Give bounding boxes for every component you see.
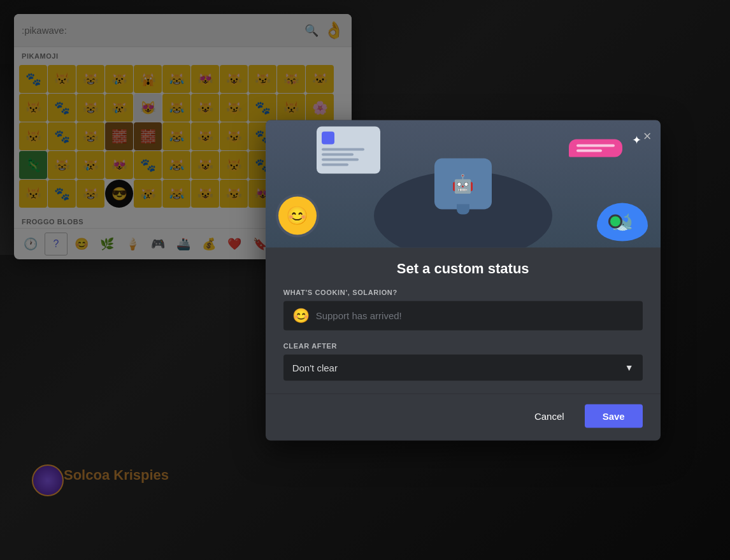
modal-title: Set a custom status <box>283 260 643 276</box>
clear-after-value: Don't clear <box>292 362 338 373</box>
illustration-star: ✦ <box>632 133 641 147</box>
illustration-smiley: 😊 <box>278 196 317 234</box>
custom-status-modal: × 😊 🤖 🐋 <box>266 120 661 440</box>
illustration-doc-card <box>317 126 380 173</box>
illustration-doc-line1 <box>322 148 364 150</box>
illustration-doc-line2 <box>322 153 354 155</box>
modal-illustration: 😊 🤖 🐋 ✦ <box>266 120 661 247</box>
modal-footer: Cancel Save <box>266 393 661 440</box>
status-input-row: 😊 <box>283 301 643 330</box>
save-button[interactable]: Save <box>585 404 643 427</box>
status-text-input[interactable] <box>316 310 634 321</box>
illustration-doc-line4 <box>322 163 348 166</box>
status-section-label: WHAT'S COOKIN', SOLARION? <box>283 288 643 296</box>
chevron-down-icon: ▼ <box>625 363 634 373</box>
status-emoji-button[interactable]: 😊 <box>292 307 310 324</box>
clear-after-label: CLEAR AFTER <box>283 341 643 349</box>
illustration-doc-icon <box>322 131 334 144</box>
illustration-chat-line2 <box>576 149 602 152</box>
clear-after-select[interactable]: Don't clear ▼ <box>283 354 643 380</box>
illustration-green-dot <box>608 214 622 228</box>
illustration-whale: 🐋 <box>597 203 648 241</box>
close-button[interactable]: × <box>643 129 652 143</box>
illustration-chat-line1 <box>576 144 615 147</box>
cancel-button[interactable]: Cancel <box>524 405 575 426</box>
modal-body: Set a custom status WHAT'S COOKIN', SOLA… <box>266 247 661 380</box>
clear-after-wrapper: Don't clear ▼ <box>283 354 643 380</box>
illustration-doc-line3 <box>322 158 359 161</box>
illustration-chat-lines <box>576 144 615 152</box>
illustration-chat-bubble <box>569 139 622 157</box>
illustration-robot: 🤖 <box>434 158 492 209</box>
modal-overlay[interactable]: × 😊 🤖 🐋 <box>0 0 730 560</box>
